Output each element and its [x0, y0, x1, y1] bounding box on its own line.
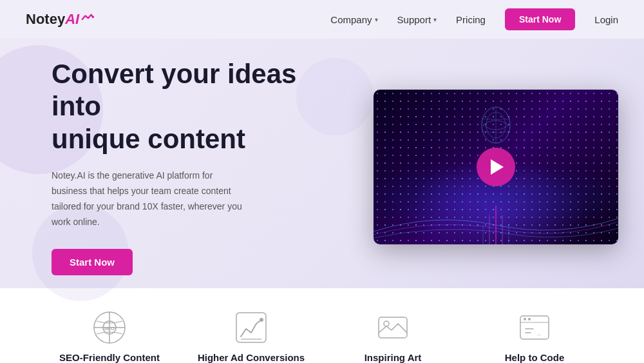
seo-icon: SEO [93, 311, 126, 344]
svg-point-17 [384, 321, 389, 326]
svg-point-21 [528, 318, 531, 320]
feature-code: _ Help to Code Never get stucked in the … [470, 311, 599, 363]
logo-icon [80, 12, 95, 26]
nav-support-label: Support [397, 14, 431, 25]
feature-ads-title: Higher Ad Conversions [198, 352, 305, 363]
navbar-login-button[interactable]: Login [594, 14, 618, 25]
hero-section: Convert your ideas into unique content N… [0, 39, 644, 288]
nav-company-label: Company [330, 14, 372, 25]
chart-icon [234, 311, 268, 344]
svg-text:_: _ [536, 328, 541, 335]
video-play-button[interactable] [477, 148, 515, 186]
nav-pricing[interactable]: Pricing [456, 14, 486, 25]
nav-links: Company ▾ Support ▾ Pricing Start Now Lo… [330, 8, 618, 30]
feature-art: Inspiring Art Let there be art through p… [328, 311, 457, 363]
nav-company[interactable]: Company ▾ [330, 14, 377, 25]
hero-start-button[interactable]: Start Now [52, 249, 133, 275]
feature-art-title: Inspiring Art [365, 352, 422, 363]
video-thumbnail[interactable] [374, 90, 618, 244]
feature-code-title: Help to Code [505, 352, 565, 363]
hero-title: Convert your ideas into unique content [52, 58, 322, 155]
logo-text: Notey [26, 11, 65, 28]
navbar-start-button[interactable]: Start Now [505, 8, 575, 30]
svg-point-0 [92, 16, 95, 19]
navbar: NoteyAI Company ▾ Support ▾ Pricing Star… [0, 0, 644, 39]
svg-rect-16 [379, 317, 407, 338]
wave-visual [374, 193, 618, 244]
code-icon: _ [518, 311, 551, 344]
hero-left: Convert your ideas into unique content N… [52, 58, 322, 275]
features-section: SEO SEO-Friendly Content Create unique c… [0, 288, 644, 363]
nav-pricing-label: Pricing [456, 14, 486, 25]
hero-right [322, 90, 618, 244]
feature-ads: Higher Ad Conversions Increase conversio… [187, 311, 316, 363]
nav-support-arrow: ▾ [433, 16, 437, 23]
ai-head-visual [470, 103, 522, 154]
nav-company-arrow: ▾ [375, 16, 378, 23]
hero-description: Notey.AI is the generative AI platform f… [52, 168, 245, 230]
svg-point-20 [524, 318, 526, 320]
play-triangle-icon [491, 159, 504, 175]
hero-title-line1: Convert your ideas into [52, 59, 296, 121]
nav-support[interactable]: Support ▾ [397, 14, 437, 25]
image-icon [376, 311, 410, 344]
logo[interactable]: NoteyAI [26, 11, 95, 28]
logo-ai: AI [65, 11, 79, 28]
feature-seo: SEO SEO-Friendly Content Create unique c… [45, 311, 174, 363]
svg-rect-13 [236, 313, 266, 342]
svg-point-14 [260, 318, 263, 322]
svg-text:SEO: SEO [104, 326, 115, 331]
feature-seo-title: SEO-Friendly Content [59, 352, 160, 363]
hero-title-line2: unique content [52, 124, 245, 154]
